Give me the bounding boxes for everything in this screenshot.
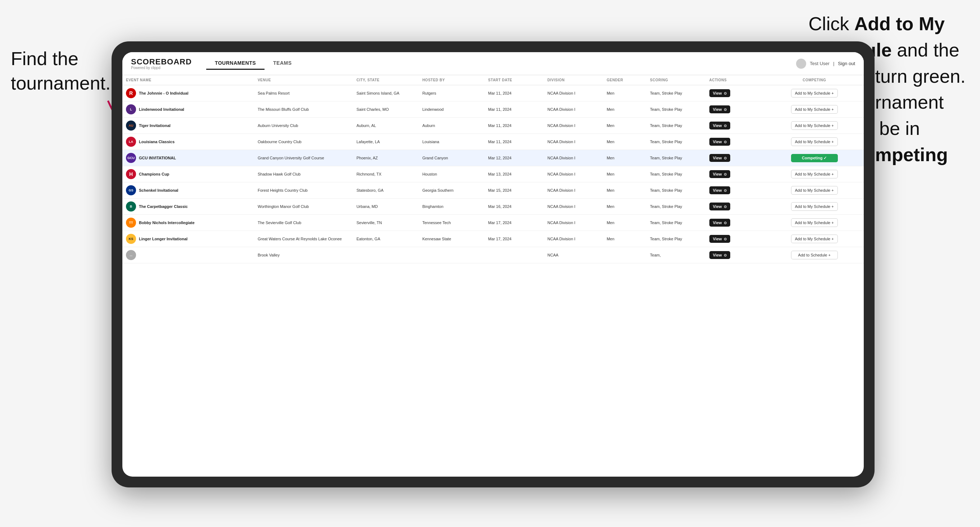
col-header-start: START DATE bbox=[484, 75, 544, 85]
event-name-text: The Carpetbagger Classic bbox=[139, 204, 188, 209]
hosted-by-cell: Louisiana bbox=[418, 134, 484, 150]
view-button[interactable]: View ⊙ bbox=[710, 186, 730, 194]
add-to-schedule-button[interactable]: Add to My Schedule + bbox=[791, 202, 838, 211]
view-button[interactable]: View ⊙ bbox=[710, 170, 730, 178]
team-logo: AU bbox=[126, 121, 136, 130]
venue-cell: Oakbourne Country Club bbox=[254, 134, 353, 150]
actions-cell: View ⊙ bbox=[706, 215, 765, 231]
actions-cell: View ⊙ bbox=[706, 150, 765, 166]
tab-teams[interactable]: TEAMS bbox=[264, 57, 301, 70]
add-to-schedule-button[interactable]: Add to My Schedule + bbox=[791, 235, 838, 243]
start-date-cell: Mar 11, 2024 bbox=[484, 134, 544, 150]
gender-cell bbox=[603, 247, 646, 264]
division-cell: NCAA Division I bbox=[544, 183, 603, 198]
add-to-schedule-button[interactable]: Add to My Schedule + bbox=[791, 121, 838, 130]
team-logo: L bbox=[126, 104, 136, 114]
view-button[interactable]: View ⊙ bbox=[710, 203, 730, 210]
team-logo: GS bbox=[126, 185, 136, 195]
team-logo: B bbox=[126, 202, 136, 211]
competing-cell: Add to My Schedule + bbox=[765, 102, 864, 117]
table-row: KS Linger Longer Invitational Great Wate… bbox=[123, 231, 864, 247]
app-header: SCOREBOARD Powered by clippd TOURNAMENTS… bbox=[123, 52, 864, 75]
scoring-cell: Team, Stroke Play bbox=[646, 198, 706, 215]
gender-cell: Men bbox=[603, 183, 646, 198]
scoring-cell: Team, Stroke Play bbox=[646, 117, 706, 134]
add-to-schedule-button[interactable]: Add to My Schedule + bbox=[791, 186, 838, 195]
event-name-cell: ... bbox=[123, 247, 254, 264]
scoring-cell: Team, Stroke Play bbox=[646, 231, 706, 247]
header-separator: | bbox=[833, 61, 834, 66]
event-name-text: Lindenwood Invitational bbox=[139, 107, 184, 111]
col-header-actions: ACTIONS bbox=[706, 75, 765, 85]
view-button[interactable]: View ⊙ bbox=[710, 235, 730, 243]
competing-cell: Add to My Schedule + bbox=[765, 166, 864, 183]
table-row: B The Carpetbagger Classic Worthington M… bbox=[123, 198, 864, 215]
add-to-schedule-button[interactable]: Add to My Schedule + bbox=[791, 170, 838, 178]
start-date-cell: Mar 15, 2024 bbox=[484, 183, 544, 198]
venue-cell: Shadow Hawk Golf Club bbox=[254, 166, 353, 183]
gender-cell: Men bbox=[603, 198, 646, 215]
view-button[interactable]: View ⊙ bbox=[710, 122, 730, 130]
venue-cell: Worthington Manor Golf Club bbox=[254, 198, 353, 215]
scoring-cell: Team, Stroke Play bbox=[646, 215, 706, 231]
add-to-schedule-button[interactable]: Add to Schedule + bbox=[791, 251, 838, 259]
view-button[interactable]: View ⊙ bbox=[710, 219, 730, 227]
tournaments-table-container[interactable]: EVENT NAME VENUE CITY, STATE HOSTED BY S… bbox=[123, 75, 864, 477]
view-button[interactable]: View ⊙ bbox=[710, 89, 730, 97]
tablet-screen: SCOREBOARD Powered by clippd TOURNAMENTS… bbox=[123, 52, 864, 477]
division-cell: NCAA Division I bbox=[544, 134, 603, 150]
division-cell: NCAA Division I bbox=[544, 85, 603, 102]
division-cell: NCAA Division I bbox=[544, 166, 603, 183]
scoring-cell: Team, Stroke Play bbox=[646, 85, 706, 102]
tournaments-table: EVENT NAME VENUE CITY, STATE HOSTED BY S… bbox=[123, 75, 864, 264]
event-name-cell: R The Johnnie - O Individual bbox=[123, 85, 254, 102]
sign-out-link[interactable]: Sign out bbox=[838, 61, 855, 66]
start-date-cell: Mar 11, 2024 bbox=[484, 102, 544, 117]
scoring-cell: Team, Stroke Play bbox=[646, 150, 706, 166]
scoring-cell: Team, bbox=[646, 247, 706, 264]
hosted-by-cell: Kennesaw State bbox=[418, 231, 484, 247]
actions-cell: View ⊙ bbox=[706, 183, 765, 198]
add-to-schedule-button[interactable]: Add to My Schedule + bbox=[791, 218, 838, 227]
col-header-gender: GENDER bbox=[603, 75, 646, 85]
competing-cell: Add to My Schedule + bbox=[765, 231, 864, 247]
event-name-cell: GS Schenkel Invitational bbox=[123, 183, 254, 198]
scoring-cell: Team, Stroke Play bbox=[646, 166, 706, 183]
view-button[interactable]: View ⊙ bbox=[710, 154, 730, 162]
hosted-by-cell: Tennessee Tech bbox=[418, 215, 484, 231]
actions-cell: View ⊙ bbox=[706, 85, 765, 102]
actions-cell: View ⊙ bbox=[706, 198, 765, 215]
actions-cell: View ⊙ bbox=[706, 247, 765, 264]
view-button[interactable]: View ⊙ bbox=[710, 251, 730, 259]
view-button[interactable]: View ⊙ bbox=[710, 138, 730, 146]
event-name-text: Linger Longer Invitational bbox=[139, 237, 188, 241]
tab-tournaments[interactable]: TOURNAMENTS bbox=[206, 57, 264, 70]
actions-cell: View ⊙ bbox=[706, 166, 765, 183]
team-logo: LA bbox=[126, 137, 136, 147]
city-cell: Eatonton, GA bbox=[353, 231, 418, 247]
table-row: GS Schenkel Invitational Forest Heights … bbox=[123, 183, 864, 198]
team-logo: H bbox=[126, 169, 136, 179]
event-name-cell: L Lindenwood Invitational bbox=[123, 102, 254, 117]
hosted-by-cell bbox=[418, 247, 484, 264]
col-header-hosted: HOSTED BY bbox=[418, 75, 484, 85]
event-name-cell: GCU GCU INVITATIONAL bbox=[123, 150, 254, 166]
division-cell: NCAA Division I bbox=[544, 117, 603, 134]
table-row: AU Tiger Invitational Auburn University … bbox=[123, 117, 864, 134]
event-name-text: GCU INVITATIONAL bbox=[139, 156, 176, 160]
hosted-by-cell: Auburn bbox=[418, 117, 484, 134]
add-to-schedule-button[interactable]: Add to My Schedule + bbox=[791, 105, 838, 114]
event-name-text: Louisiana Classics bbox=[139, 140, 175, 144]
add-to-schedule-button[interactable]: Add to My Schedule + bbox=[791, 89, 838, 97]
add-to-schedule-button[interactable]: Add to My Schedule + bbox=[791, 137, 838, 146]
competing-button[interactable]: Competing ✓ bbox=[791, 154, 838, 162]
tablet-frame: SCOREBOARD Powered by clippd TOURNAMENTS… bbox=[111, 41, 875, 487]
view-button[interactable]: View ⊙ bbox=[710, 105, 730, 113]
gender-cell: Men bbox=[603, 102, 646, 117]
scoreboard-logo: SCOREBOARD Powered by clippd bbox=[131, 57, 192, 70]
start-date-cell: Mar 11, 2024 bbox=[484, 85, 544, 102]
competing-cell: Add to My Schedule + bbox=[765, 215, 864, 231]
team-logo: ... bbox=[126, 250, 136, 260]
table-row: LA Louisiana Classics Oakbourne Country … bbox=[123, 134, 864, 150]
venue-cell: Sea Palms Resort bbox=[254, 85, 353, 102]
